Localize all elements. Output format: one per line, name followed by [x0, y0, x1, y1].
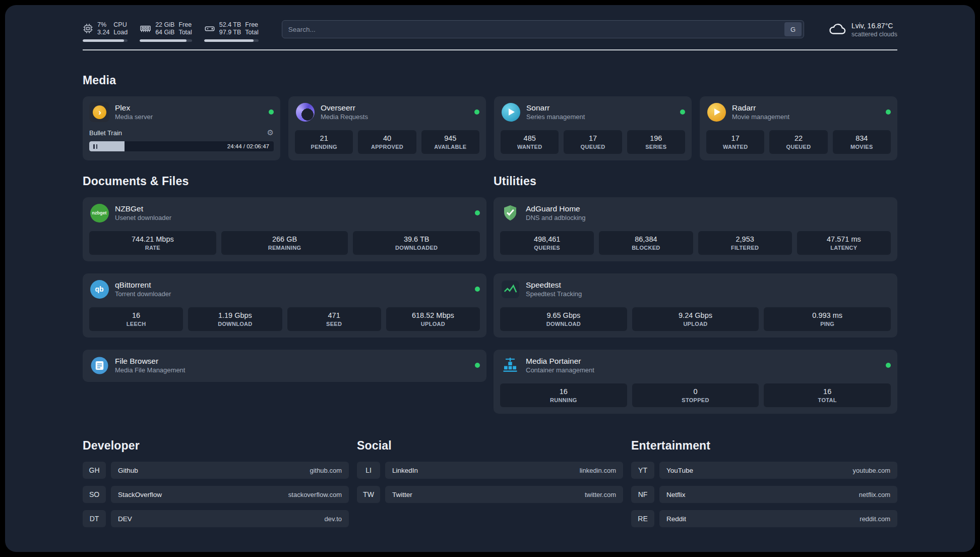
qbittorrent-card[interactable]: qb qBittorrent Torrent downloader 16 LEE… [83, 273, 486, 338]
stat-tile: 834 MOVIES [833, 130, 891, 154]
search-input[interactable] [288, 26, 784, 33]
disk-total-value: 97.9 TB [219, 29, 241, 36]
bookmark-link-twitter[interactable]: Twitter twitter.com [385, 486, 623, 503]
radarr-desc: Movie management [732, 113, 789, 121]
bookmark-abbr[interactable]: NF [631, 486, 654, 503]
social-section-title: Social [357, 439, 623, 453]
qbittorrent-status-dot [475, 287, 480, 292]
bookmark-abbr[interactable]: SO [83, 486, 106, 503]
stat-tile: 485 WANTED [501, 130, 559, 154]
stat-tile: 744.21 Mbps RATE [89, 231, 216, 255]
stat-tile: 0 STOPPED [632, 383, 759, 407]
gear-icon[interactable]: ⚙ [267, 128, 274, 137]
disk-label-1: Free [245, 21, 258, 29]
bookmark-link-netflix[interactable]: Netflix netflix.com [659, 486, 897, 503]
filebrowser-status-dot [475, 363, 480, 368]
nzbget-icon: nzbget [89, 203, 109, 223]
memory-label-1: Free [178, 21, 192, 29]
stat-tile: 86,384 BLOCKED [599, 231, 693, 255]
pause-icon[interactable] [93, 144, 97, 149]
nzbget-card[interactable]: nzbget NZBGet Usenet downloader 744.21 M… [83, 197, 486, 261]
weather-location: Lviv, 16.87°C [851, 21, 897, 30]
speedtest-name: Speedtest [526, 280, 582, 290]
plex-playback-time: 24:44 / 02:06:47 [227, 141, 269, 151]
disk-widget: 52.4 TB 97.9 TB Free Total [204, 21, 259, 42]
speedtest-desc: Speedtest Tracking [526, 290, 582, 298]
adguard-card[interactable]: AdGuard Home DNS and adblocking 498,461 … [494, 197, 897, 261]
bookmark-row-stackoverflow: SO StackOverflow stackoverflow.com [83, 486, 349, 503]
stat-tile: 16 RUNNING [500, 383, 627, 407]
sonarr-card[interactable]: Sonarr Series management 485 WANTED 17 Q… [494, 96, 692, 160]
sonarr-status-dot [680, 109, 685, 115]
plex-icon: › [89, 102, 109, 122]
stat-tile: 21 PENDING [295, 130, 353, 154]
adguard-icon [500, 203, 520, 223]
qbittorrent-icon: qb [89, 279, 109, 299]
stat-tile: 498,461 QUERIES [500, 231, 594, 255]
bookmark-link-youtube[interactable]: YouTube youtube.com [659, 462, 897, 479]
media-section-title: Media [83, 74, 897, 87]
bookmark-link-linkedin[interactable]: LinkedIn linkedin.com [385, 462, 623, 479]
top-divider [83, 49, 897, 50]
adguard-name: AdGuard Home [526, 204, 586, 213]
bookmark-abbr[interactable]: DT [83, 510, 106, 527]
disk-usage-bar-fill [204, 39, 254, 42]
adguard-desc: DNS and adblocking [526, 213, 586, 222]
plex-progress-bar[interactable]: 24:44 / 02:06:47 [89, 141, 274, 151]
cpu-load-value: 3.24 [97, 29, 109, 36]
bookmarks-developer: Developer GH Github github.com SO StackO… [83, 439, 349, 527]
stat-tile: 618.52 Mbps UPLOAD [386, 307, 480, 331]
memory-usage-bar-fill [140, 39, 187, 42]
bookmarks-entertainment: Entertainment YT YouTube youtube.com NF … [631, 439, 897, 527]
plex-card[interactable]: › Plex Media server Bullet Train ⚙ [83, 96, 280, 160]
sonarr-name: Sonarr [526, 103, 585, 113]
bookmark-abbr[interactable]: LI [357, 462, 380, 479]
cpu-icon [83, 23, 93, 34]
filebrowser-desc: Media File Management [115, 366, 185, 374]
bookmark-link-stackoverflow[interactable]: StackOverflow stackoverflow.com [111, 486, 349, 503]
stat-tile: 0.993 ms PING [764, 307, 891, 331]
plex-desc: Media server [115, 113, 153, 121]
stat-tile: 47.571 ms LATENCY [797, 231, 891, 255]
portainer-card[interactable]: Media Portainer Container management 16 … [494, 350, 897, 414]
stat-tile: 471 SEED [287, 307, 381, 331]
bookmark-row-twitter: TW Twitter twitter.com [357, 486, 623, 503]
search-bar[interactable]: G [282, 20, 804, 38]
cpu-usage-bar [83, 39, 128, 42]
search-provider-button[interactable]: G [784, 22, 802, 36]
radarr-card[interactable]: Radarr Movie management 17 WANTED 22 QUE… [700, 96, 897, 160]
filebrowser-name: File Browser [115, 356, 185, 366]
bookmark-row-reddit: RE Reddit reddit.com [631, 510, 897, 527]
bookmark-abbr[interactable]: GH [83, 462, 106, 479]
bookmarks-social: Social LI LinkedIn linkedin.com TW Twitt… [357, 439, 623, 527]
stat-tile: 40 APPROVED [358, 130, 416, 154]
memory-label-2: Total [178, 29, 192, 36]
cpu-label-2: Load [113, 29, 128, 36]
bookmark-abbr[interactable]: YT [631, 462, 654, 479]
bookmark-row-linkedin: LI LinkedIn linkedin.com [357, 462, 623, 479]
overseerr-icon [295, 102, 315, 122]
speedtest-card[interactable]: Speedtest Speedtest Tracking 9.65 Gbps D… [494, 273, 897, 338]
bookmark-link-dev[interactable]: DEV dev.to [111, 510, 349, 527]
bookmarks-section: Developer GH Github github.com SO StackO… [83, 439, 897, 527]
portainer-desc: Container management [526, 366, 594, 374]
qbittorrent-name: qBittorrent [115, 280, 171, 290]
bookmark-link-reddit[interactable]: Reddit reddit.com [659, 510, 897, 527]
bookmark-row-netflix: NF Netflix netflix.com [631, 486, 897, 503]
bookmark-row-dev: DT DEV dev.to [83, 510, 349, 527]
weather-widget: Lviv, 16.87°C scattered clouds [827, 19, 897, 40]
disk-free-value: 52.4 TB [219, 21, 241, 29]
bookmark-abbr[interactable]: TW [357, 486, 380, 503]
stat-tile: 16 TOTAL [764, 383, 891, 407]
overseerr-name: Overseerr [321, 103, 368, 113]
stat-tile: 2,953 FILTERED [698, 231, 792, 255]
overseerr-card[interactable]: Overseerr Media Requests 21 PENDING 40 A… [288, 96, 486, 160]
plex-now-playing: Bullet Train [89, 129, 122, 137]
filebrowser-card[interactable]: File Browser Media File Management [83, 350, 486, 382]
filebrowser-icon [89, 355, 109, 375]
bookmark-link-github[interactable]: Github github.com [111, 462, 349, 479]
bookmark-abbr[interactable]: RE [631, 510, 654, 527]
stat-tile: 17 WANTED [706, 130, 764, 154]
portainer-status-dot [886, 363, 891, 368]
nzbget-status-dot [475, 210, 480, 215]
